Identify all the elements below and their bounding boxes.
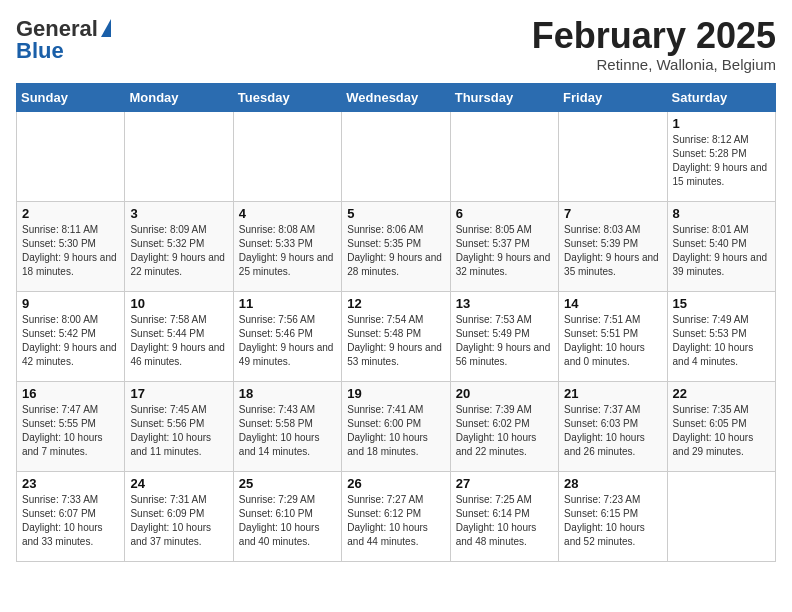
day-number: 20: [456, 386, 553, 401]
day-number: 1: [673, 116, 770, 131]
cell-content: Sunrise: 7:23 AMSunset: 6:15 PMDaylight:…: [564, 493, 661, 549]
day-number: 12: [347, 296, 444, 311]
calendar-cell: 11Sunrise: 7:56 AMSunset: 5:46 PMDayligh…: [233, 291, 341, 381]
logo-triangle-icon: [101, 19, 111, 37]
title-block: February 2025 Retinne, Wallonia, Belgium: [532, 16, 776, 73]
calendar-day-header: Sunday: [17, 83, 125, 111]
calendar-cell: 5Sunrise: 8:06 AMSunset: 5:35 PMDaylight…: [342, 201, 450, 291]
cell-content: Sunrise: 7:45 AMSunset: 5:56 PMDaylight:…: [130, 403, 227, 459]
calendar-cell: [125, 111, 233, 201]
calendar-cell: 22Sunrise: 7:35 AMSunset: 6:05 PMDayligh…: [667, 381, 775, 471]
month-title: February 2025: [532, 16, 776, 56]
day-number: 28: [564, 476, 661, 491]
cell-content: Sunrise: 7:41 AMSunset: 6:00 PMDaylight:…: [347, 403, 444, 459]
calendar-week-row: 23Sunrise: 7:33 AMSunset: 6:07 PMDayligh…: [17, 471, 776, 561]
day-number: 9: [22, 296, 119, 311]
cell-content: Sunrise: 8:11 AMSunset: 5:30 PMDaylight:…: [22, 223, 119, 279]
calendar-cell: 20Sunrise: 7:39 AMSunset: 6:02 PMDayligh…: [450, 381, 558, 471]
calendar-week-row: 1Sunrise: 8:12 AMSunset: 5:28 PMDaylight…: [17, 111, 776, 201]
calendar-cell: 24Sunrise: 7:31 AMSunset: 6:09 PMDayligh…: [125, 471, 233, 561]
calendar-cell: [559, 111, 667, 201]
day-number: 14: [564, 296, 661, 311]
day-number: 6: [456, 206, 553, 221]
day-number: 26: [347, 476, 444, 491]
calendar-cell: 14Sunrise: 7:51 AMSunset: 5:51 PMDayligh…: [559, 291, 667, 381]
calendar-cell: 19Sunrise: 7:41 AMSunset: 6:00 PMDayligh…: [342, 381, 450, 471]
calendar-cell: 23Sunrise: 7:33 AMSunset: 6:07 PMDayligh…: [17, 471, 125, 561]
calendar-cell: 6Sunrise: 8:05 AMSunset: 5:37 PMDaylight…: [450, 201, 558, 291]
day-number: 16: [22, 386, 119, 401]
day-number: 21: [564, 386, 661, 401]
cell-content: Sunrise: 8:00 AMSunset: 5:42 PMDaylight:…: [22, 313, 119, 369]
calendar-header-row: SundayMondayTuesdayWednesdayThursdayFrid…: [17, 83, 776, 111]
calendar-day-header: Tuesday: [233, 83, 341, 111]
day-number: 24: [130, 476, 227, 491]
calendar-cell: 7Sunrise: 8:03 AMSunset: 5:39 PMDaylight…: [559, 201, 667, 291]
calendar-cell: 17Sunrise: 7:45 AMSunset: 5:56 PMDayligh…: [125, 381, 233, 471]
calendar-cell: 16Sunrise: 7:47 AMSunset: 5:55 PMDayligh…: [17, 381, 125, 471]
calendar-cell: 2Sunrise: 8:11 AMSunset: 5:30 PMDaylight…: [17, 201, 125, 291]
calendar-week-row: 9Sunrise: 8:00 AMSunset: 5:42 PMDaylight…: [17, 291, 776, 381]
calendar-day-header: Thursday: [450, 83, 558, 111]
cell-content: Sunrise: 8:03 AMSunset: 5:39 PMDaylight:…: [564, 223, 661, 279]
calendar-cell: 4Sunrise: 8:08 AMSunset: 5:33 PMDaylight…: [233, 201, 341, 291]
cell-content: Sunrise: 7:25 AMSunset: 6:14 PMDaylight:…: [456, 493, 553, 549]
cell-content: Sunrise: 8:06 AMSunset: 5:35 PMDaylight:…: [347, 223, 444, 279]
day-number: 13: [456, 296, 553, 311]
cell-content: Sunrise: 7:53 AMSunset: 5:49 PMDaylight:…: [456, 313, 553, 369]
cell-content: Sunrise: 7:31 AMSunset: 6:09 PMDaylight:…: [130, 493, 227, 549]
day-number: 7: [564, 206, 661, 221]
calendar-cell: 25Sunrise: 7:29 AMSunset: 6:10 PMDayligh…: [233, 471, 341, 561]
cell-content: Sunrise: 7:54 AMSunset: 5:48 PMDaylight:…: [347, 313, 444, 369]
calendar-day-header: Friday: [559, 83, 667, 111]
cell-content: Sunrise: 8:08 AMSunset: 5:33 PMDaylight:…: [239, 223, 336, 279]
cell-content: Sunrise: 8:12 AMSunset: 5:28 PMDaylight:…: [673, 133, 770, 189]
day-number: 19: [347, 386, 444, 401]
cell-content: Sunrise: 7:33 AMSunset: 6:07 PMDaylight:…: [22, 493, 119, 549]
cell-content: Sunrise: 7:27 AMSunset: 6:12 PMDaylight:…: [347, 493, 444, 549]
day-number: 18: [239, 386, 336, 401]
day-number: 4: [239, 206, 336, 221]
calendar-table: SundayMondayTuesdayWednesdayThursdayFrid…: [16, 83, 776, 562]
logo-blue-text: Blue: [16, 38, 64, 64]
cell-content: Sunrise: 7:29 AMSunset: 6:10 PMDaylight:…: [239, 493, 336, 549]
cell-content: Sunrise: 8:09 AMSunset: 5:32 PMDaylight:…: [130, 223, 227, 279]
calendar-week-row: 2Sunrise: 8:11 AMSunset: 5:30 PMDaylight…: [17, 201, 776, 291]
day-number: 22: [673, 386, 770, 401]
calendar-cell: 15Sunrise: 7:49 AMSunset: 5:53 PMDayligh…: [667, 291, 775, 381]
calendar-cell: 3Sunrise: 8:09 AMSunset: 5:32 PMDaylight…: [125, 201, 233, 291]
day-number: 3: [130, 206, 227, 221]
cell-content: Sunrise: 7:49 AMSunset: 5:53 PMDaylight:…: [673, 313, 770, 369]
day-number: 10: [130, 296, 227, 311]
calendar-cell: 10Sunrise: 7:58 AMSunset: 5:44 PMDayligh…: [125, 291, 233, 381]
calendar-week-row: 16Sunrise: 7:47 AMSunset: 5:55 PMDayligh…: [17, 381, 776, 471]
cell-content: Sunrise: 8:05 AMSunset: 5:37 PMDaylight:…: [456, 223, 553, 279]
day-number: 23: [22, 476, 119, 491]
calendar-cell: 18Sunrise: 7:43 AMSunset: 5:58 PMDayligh…: [233, 381, 341, 471]
day-number: 25: [239, 476, 336, 491]
day-number: 8: [673, 206, 770, 221]
calendar-cell: 27Sunrise: 7:25 AMSunset: 6:14 PMDayligh…: [450, 471, 558, 561]
day-number: 2: [22, 206, 119, 221]
day-number: 15: [673, 296, 770, 311]
cell-content: Sunrise: 8:01 AMSunset: 5:40 PMDaylight:…: [673, 223, 770, 279]
calendar-cell: 28Sunrise: 7:23 AMSunset: 6:15 PMDayligh…: [559, 471, 667, 561]
calendar-day-header: Monday: [125, 83, 233, 111]
calendar-day-header: Saturday: [667, 83, 775, 111]
cell-content: Sunrise: 7:35 AMSunset: 6:05 PMDaylight:…: [673, 403, 770, 459]
day-number: 5: [347, 206, 444, 221]
calendar-cell: 12Sunrise: 7:54 AMSunset: 5:48 PMDayligh…: [342, 291, 450, 381]
day-number: 11: [239, 296, 336, 311]
cell-content: Sunrise: 7:56 AMSunset: 5:46 PMDaylight:…: [239, 313, 336, 369]
page-header: General Blue February 2025 Retinne, Wall…: [16, 16, 776, 73]
calendar-cell: [667, 471, 775, 561]
calendar-cell: 8Sunrise: 8:01 AMSunset: 5:40 PMDaylight…: [667, 201, 775, 291]
calendar-cell: [233, 111, 341, 201]
calendar-cell: 21Sunrise: 7:37 AMSunset: 6:03 PMDayligh…: [559, 381, 667, 471]
calendar-cell: 26Sunrise: 7:27 AMSunset: 6:12 PMDayligh…: [342, 471, 450, 561]
cell-content: Sunrise: 7:51 AMSunset: 5:51 PMDaylight:…: [564, 313, 661, 369]
calendar-cell: 1Sunrise: 8:12 AMSunset: 5:28 PMDaylight…: [667, 111, 775, 201]
location-subtitle: Retinne, Wallonia, Belgium: [532, 56, 776, 73]
cell-content: Sunrise: 7:37 AMSunset: 6:03 PMDaylight:…: [564, 403, 661, 459]
calendar-cell: [342, 111, 450, 201]
